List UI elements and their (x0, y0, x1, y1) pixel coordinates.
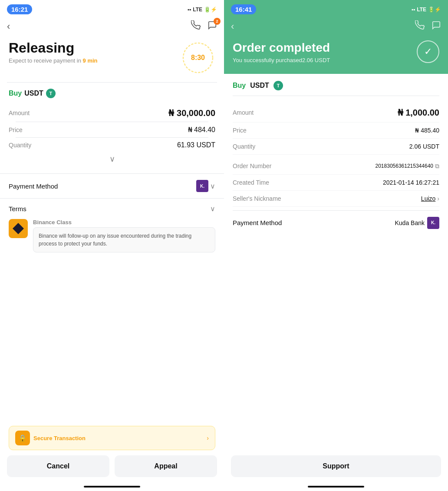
secure-transaction[interactable]: 🔒 Secure Transaction › (9, 426, 215, 450)
signal-icon: ▪▪ (188, 7, 191, 13)
binance-diamond (13, 223, 24, 234)
binance-class-title: Binance Class (33, 219, 215, 226)
left-quantity-label: Quantity (9, 142, 31, 149)
battery-icon: 🔋⚡ (204, 7, 217, 13)
left-nav-bar: ‹ 2 (0, 17, 224, 36)
left-price-label: Price (9, 126, 23, 133)
left-buy-label: Buy (9, 90, 22, 97)
right-payment-label: Payment Method (233, 219, 282, 226)
left-price-row: Price ₦ 484.40 (9, 122, 215, 137)
right-bottom-buttons: Support (224, 455, 448, 486)
right-payment-value: Kuda Bank K. (395, 217, 440, 229)
left-back-button[interactable]: ‹ (7, 21, 10, 32)
binance-class-content: Binance Class Binance will follow-up on … (33, 219, 215, 252)
right-home-indicator (224, 486, 448, 491)
seller-arrow-icon: › (437, 195, 439, 202)
right-nav-icons (415, 20, 441, 33)
secure-arrow-icon: › (207, 435, 209, 441)
order-completed-title: Order completed (233, 40, 330, 55)
right-status-bar: 16:41 ▪▪ LTE 🔋⚡ (224, 0, 448, 17)
right-home-bar (308, 486, 364, 488)
left-chat-icon[interactable]: 2 (208, 20, 217, 33)
order-completed-subtitle: You successfully purchased2.06 USDT (233, 57, 330, 63)
right-price-value: ₦ 485.40 (415, 127, 439, 134)
check-circle-icon: ✓ (417, 40, 439, 63)
left-price-value: ₦ 484.40 (188, 126, 215, 134)
left-terms-section[interactable]: Terms ∨ (0, 198, 224, 219)
appeal-button[interactable]: Appeal (115, 455, 217, 477)
right-time: 16:41 (231, 4, 256, 14)
left-kuda-icon: K. (196, 180, 208, 192)
right-nav-bar: ‹ (224, 17, 448, 36)
right-payment-section: Payment Method Kuda Bank K. (233, 210, 439, 235)
right-back-button[interactable]: ‹ (231, 21, 234, 32)
left-panel: 16:21 ▪▪ LTE 🔋⚡ ‹ 2 Releasing (0, 0, 224, 491)
right-order-number-label: Order Number (233, 163, 271, 169)
left-time: 16:21 (7, 4, 32, 14)
left-expand-chevron[interactable]: ∨ (9, 153, 215, 167)
right-tether-icon: T (273, 81, 283, 90)
right-chat-icon[interactable] (432, 20, 441, 33)
secure-left: 🔒 Secure Transaction (15, 431, 86, 445)
right-created-time-label: Created Time (233, 179, 269, 186)
right-buy-row: Buy USDT T (233, 81, 439, 96)
right-usdt-label: USDT (250, 82, 269, 90)
left-status-icons: ▪▪ LTE 🔋⚡ (188, 7, 217, 13)
right-order-number-row: Order Number 20183056361215344640 ⧉ (233, 158, 439, 175)
left-payment-label: Payment Method (9, 182, 58, 190)
left-amount-label: Amount (9, 109, 30, 116)
left-payment-chevron: ∨ (210, 182, 215, 190)
left-spacer (0, 259, 224, 426)
right-signal-icon: ▪▪ (412, 7, 415, 13)
left-status-bar: 16:21 ▪▪ LTE 🔋⚡ (0, 0, 224, 17)
timer-label: 8:30 (191, 54, 205, 62)
left-bottom-buttons: Cancel Appeal (0, 455, 224, 486)
left-home-bar (84, 486, 140, 488)
time-highlight: 9 min (83, 57, 98, 64)
right-lte-text: LTE (417, 7, 426, 13)
left-nav-icons: 2 (191, 20, 217, 33)
copy-icon[interactable]: ⧉ (435, 163, 439, 170)
right-seller-row: Seller's Nickname Luizo › (233, 191, 439, 207)
left-phone-icon[interactable] (191, 20, 201, 33)
left-binance-section: Binance Class Binance will follow-up on … (0, 219, 224, 259)
right-panel: 16:41 ▪▪ LTE 🔋⚡ ‹ Order completed (224, 0, 448, 491)
lte-text: LTE (193, 7, 202, 13)
left-terms-label: Terms (9, 205, 26, 212)
seller-right: Luizo › (421, 195, 439, 202)
right-seller-label: Seller's Nickname (233, 195, 281, 202)
left-amount-value: ₦ 30,000.00 (168, 108, 215, 118)
left-quantity-value: 61.93 USDT (177, 141, 215, 149)
left-terms-chevron: ∨ (210, 205, 215, 213)
right-amount-row: Amount ₦ 1,000.00 (233, 103, 439, 123)
secure-icon: 🔒 (15, 431, 30, 445)
right-kuda-icon: K. (427, 217, 439, 229)
left-usdt-label: USDT (24, 90, 43, 97)
left-trade-info: Buy USDT T Amount ₦ 30,000.00 Price ₦ 48… (0, 83, 224, 173)
right-phone-icon[interactable] (415, 20, 425, 33)
right-price-label: Price (233, 127, 247, 134)
releasing-title: Releasing (9, 40, 98, 56)
cancel-button[interactable]: Cancel (7, 455, 109, 477)
secure-label: Secure Transaction (33, 435, 86, 441)
right-status-icons: ▪▪ LTE 🔋⚡ (412, 7, 441, 13)
left-payment-right: K. ∨ (196, 180, 215, 192)
left-header-section: Releasing Expect to receive payment in 9… (0, 36, 224, 82)
left-payment-section[interactable]: Payment Method K. ∨ (0, 173, 224, 198)
right-quantity-row: Quantity 2.06 USDT (233, 139, 439, 155)
right-amount-value: ₦ 1,000.00 (398, 107, 439, 118)
binance-class-message: Binance will follow-up on any issue enco… (33, 227, 215, 252)
right-kuda-text: Kuda Bank (395, 219, 425, 226)
right-spacer (224, 272, 448, 455)
order-num-right: 20183056361215344640 ⧉ (376, 163, 439, 170)
releasing-subtitle: Expect to receive payment in 9 min (9, 57, 98, 64)
order-body: Buy USDT T Amount ₦ 1,000.00 Price ₦ 485… (224, 74, 448, 272)
left-home-indicator (0, 486, 224, 491)
right-quantity-label: Quantity (233, 143, 255, 150)
right-amount-label: Amount (233, 109, 254, 116)
left-tether-icon: T (46, 89, 56, 98)
seller-name[interactable]: Luizo (421, 195, 435, 202)
support-button[interactable]: Support (231, 455, 441, 477)
chat-badge: 2 (214, 18, 221, 25)
left-amount-row: Amount ₦ 30,000.00 (9, 104, 215, 122)
